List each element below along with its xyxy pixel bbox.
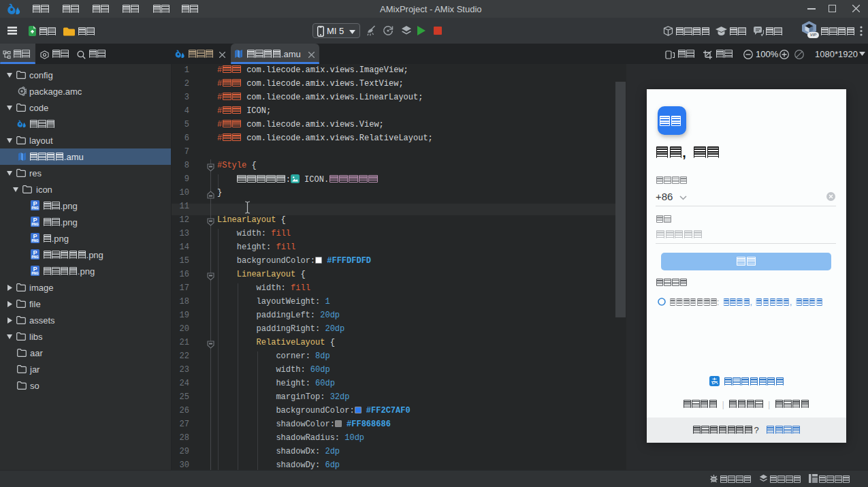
svg-text:PNG: PNG bbox=[32, 223, 39, 226]
svg-text:PNG: PNG bbox=[32, 239, 39, 242]
svg-text:PNG: PNG bbox=[32, 272, 39, 275]
svg-text:PNG: PNG bbox=[32, 206, 39, 210]
svg-text:PNG: PNG bbox=[32, 255, 39, 259]
